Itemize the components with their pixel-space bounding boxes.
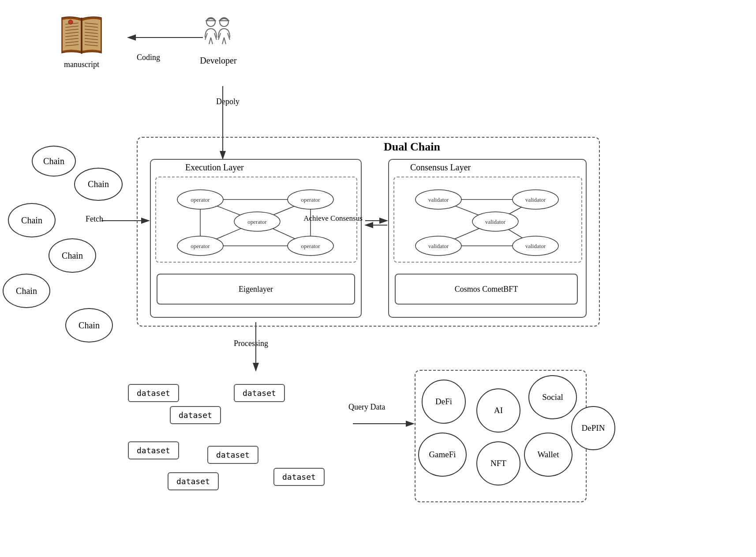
- achieve-consensus-label: Achieve Consensus: [282, 214, 384, 223]
- cosmos-label: Cosmos CometBFT: [455, 285, 518, 294]
- dataset-box-5: dataset: [207, 446, 258, 464]
- consensus-layer-label: Consensus Layer: [410, 162, 471, 173]
- developer-area: Developer: [198, 13, 238, 66]
- developer-icon: [198, 13, 238, 53]
- manuscript-label: manuscript: [64, 60, 99, 69]
- dataset-box-4: dataset: [128, 441, 179, 459]
- app-bubble-depin: DePIN: [571, 406, 615, 450]
- svg-text:validator: validator: [485, 218, 506, 225]
- svg-text:operator: operator: [301, 196, 320, 203]
- deploy-area: Depoly: [216, 97, 240, 106]
- execution-layer-label: Execution Layer: [185, 162, 244, 173]
- chain-bubble-2: Chain: [74, 168, 123, 201]
- app-bubble-social: Social: [528, 375, 577, 419]
- chain-bubble-6: Chain: [65, 308, 113, 342]
- dual-chain-label: Dual Chain: [384, 140, 440, 154]
- app-bubble-gamefi: GameFi: [418, 433, 467, 477]
- svg-text:validator: validator: [525, 243, 546, 249]
- coding-label: Coding: [137, 53, 160, 62]
- app-bubble-defi: DeFi: [422, 380, 466, 424]
- chain-bubble-5: Chain: [3, 274, 50, 308]
- svg-text:validator: validator: [428, 196, 449, 203]
- dataset-box-3: dataset: [234, 384, 285, 402]
- svg-line-37: [222, 38, 224, 44]
- fetch-label: Fetch: [86, 215, 103, 224]
- dataset-box-1: dataset: [128, 384, 179, 402]
- svg-line-33: [211, 38, 213, 44]
- app-bubble-nft: NFT: [476, 441, 520, 485]
- svg-text:validator: validator: [525, 196, 546, 203]
- app-bubble-ai: AI: [476, 388, 520, 433]
- chain-bubble-4: Chain: [49, 238, 96, 273]
- svg-text:operator: operator: [247, 218, 267, 225]
- processing-label: Processing: [234, 339, 268, 348]
- svg-text:operator: operator: [191, 243, 210, 249]
- chain-bubble-1: Chain: [32, 146, 76, 177]
- svg-text:operator: operator: [301, 243, 320, 249]
- svg-point-28: [68, 20, 73, 24]
- svg-line-32: [209, 38, 211, 44]
- developer-label: Developer: [200, 56, 236, 66]
- svg-line-38: [224, 38, 226, 44]
- manuscript-icon: [57, 13, 106, 57]
- dataset-box-2: dataset: [170, 406, 221, 424]
- eigenlayer-label: Eigenlayer: [239, 285, 273, 294]
- deploy-label: Depoly: [216, 97, 240, 106]
- cosmos-box: Cosmos CometBFT: [395, 274, 578, 305]
- dataset-box-7: dataset: [273, 468, 325, 486]
- query-data-label: Query Data: [348, 403, 385, 412]
- svg-text:operator: operator: [191, 196, 210, 203]
- dataset-box-6: dataset: [168, 472, 219, 490]
- chain-bubble-3: Chain: [8, 203, 56, 237]
- app-bubble-wallet: Wallet: [524, 433, 573, 477]
- eigenlayer-box: Eigenlayer: [157, 274, 355, 305]
- manuscript-area: manuscript: [57, 13, 106, 69]
- svg-text:validator: validator: [428, 243, 449, 249]
